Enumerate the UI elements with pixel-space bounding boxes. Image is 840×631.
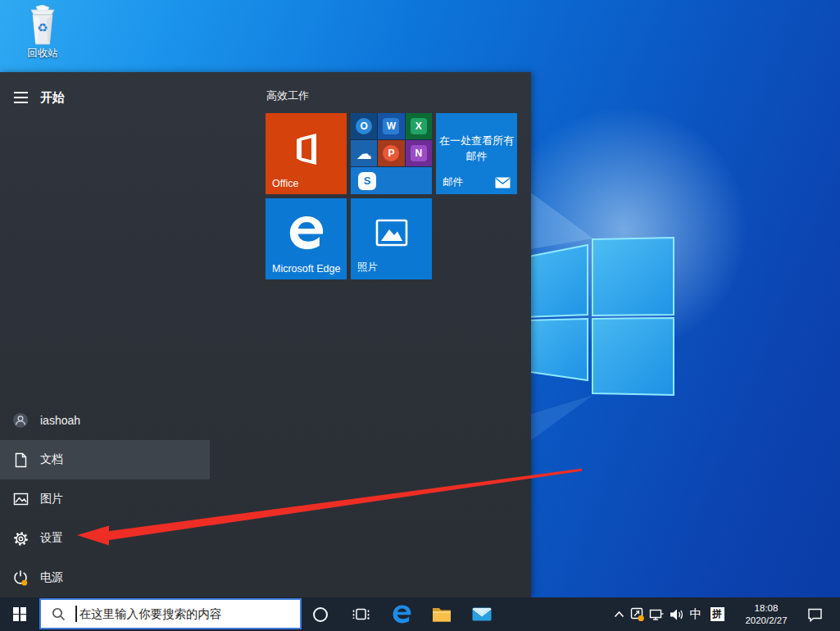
- power-update-badge: [21, 580, 27, 586]
- folder-icon: [432, 606, 452, 622]
- start-button[interactable]: [0, 597, 39, 631]
- outlook-icon[interactable]: O: [351, 113, 377, 139]
- tray-sync-badge-icon[interactable]: [629, 597, 647, 631]
- user-account-label: iashoah: [40, 414, 80, 427]
- onenote-icon[interactable]: N: [406, 140, 432, 166]
- gear-icon: [12, 530, 29, 547]
- speaker-icon[interactable]: [667, 597, 687, 631]
- pictures-icon: [12, 491, 29, 507]
- action-center-button[interactable]: [803, 597, 826, 631]
- start-menu-left-rail: iashoah 文档 图片: [0, 401, 210, 597]
- recycle-symbol-icon: ♻: [37, 20, 48, 34]
- recycle-bin-label: 回收站: [11, 47, 74, 61]
- word-icon[interactable]: W: [378, 113, 404, 139]
- mail-tile-message: 在一处查看所有 邮件: [436, 133, 517, 164]
- settings-label: 设置: [40, 531, 63, 546]
- tile-photos[interactable]: 照片: [351, 198, 432, 279]
- edge-logo-icon: [288, 214, 325, 252]
- tile-office-label: Office: [272, 178, 298, 189]
- tray-expand-chevron-icon[interactable]: [611, 597, 626, 631]
- task-view-icon: [352, 606, 370, 622]
- desktop: ♻ 回收站 开始 高效工作 Office O W: [0, 0, 840, 631]
- excel-icon[interactable]: X: [406, 113, 432, 139]
- mail-icon: [472, 607, 492, 621]
- network-icon[interactable]: [647, 597, 666, 631]
- ime-language-indicator[interactable]: 中: [687, 597, 705, 631]
- logo-pane-top-left: [524, 245, 588, 317]
- action-center-icon: [807, 607, 823, 622]
- power-icon: [12, 570, 29, 586]
- logo-pane-bottom-left: [524, 319, 588, 380]
- tile-microsoft-edge[interactable]: Microsoft Edge: [266, 198, 347, 279]
- search-input[interactable]: 在这里输入你要搜索的内容: [39, 598, 302, 629]
- recycle-bin-shortcut[interactable]: ♻ 回收站: [11, 5, 74, 61]
- cortana-ring-icon: [313, 607, 328, 622]
- documents-item[interactable]: 文档: [0, 440, 210, 479]
- tile-mail-label: 邮件: [443, 175, 463, 189]
- tile-office[interactable]: Office: [266, 113, 347, 194]
- mail-taskbar-button[interactable]: [470, 597, 493, 631]
- start-menu-header: 开始: [0, 72, 210, 111]
- document-icon: [12, 452, 29, 468]
- edge-icon: [392, 604, 412, 624]
- search-icon: [52, 607, 66, 621]
- envelope-icon: [495, 177, 511, 188]
- power-label: 电源: [40, 570, 63, 585]
- tile-photos-label: 照片: [357, 261, 378, 275]
- documents-label: 文档: [40, 452, 63, 467]
- cortana-button[interactable]: [310, 597, 331, 631]
- search-placeholder-text: 在这里输入你要搜索的内容: [79, 606, 222, 622]
- hamburger-menu-icon[interactable]: [11, 84, 43, 111]
- tile-office-suite[interactable]: O W X ☁ P N S: [351, 113, 432, 194]
- logo-pane-bottom-right: [593, 318, 674, 395]
- clock-time: 18:08: [755, 602, 779, 615]
- start-menu-title: 开始: [40, 84, 65, 111]
- tile-group-title: 高效工作: [266, 89, 309, 103]
- office-logo-icon: [290, 131, 323, 167]
- file-explorer-button[interactable]: [430, 597, 453, 631]
- clock-date: 2020/2/27: [745, 615, 787, 627]
- edge-taskbar-button[interactable]: [390, 597, 413, 631]
- ime-mode-indicator[interactable]: 拼: [707, 597, 727, 631]
- tile-mail[interactable]: 在一处查看所有 邮件 邮件: [436, 113, 517, 194]
- user-avatar-icon: [12, 412, 29, 429]
- ime-mode-box: 拼: [711, 607, 724, 621]
- text-caret: [75, 606, 77, 622]
- wallpaper-glow: [502, 107, 747, 352]
- pictures-item[interactable]: 图片: [0, 479, 210, 519]
- taskbar: 在这里输入你要搜索的内容: [0, 597, 840, 631]
- pictures-label: 图片: [40, 492, 63, 506]
- task-view-button[interactable]: [350, 597, 371, 631]
- skype-icon[interactable]: S: [351, 167, 432, 194]
- user-account-item[interactable]: iashoah: [0, 401, 210, 440]
- settings-item[interactable]: 设置: [0, 519, 210, 558]
- tray-alert-badge: [638, 615, 643, 620]
- powerpoint-icon[interactable]: P: [378, 140, 404, 166]
- power-item[interactable]: 电源: [0, 558, 210, 597]
- windows-logo-icon: [13, 607, 27, 621]
- onedrive-icon[interactable]: ☁: [351, 140, 377, 166]
- start-menu: 开始 高效工作 Office O W X ☁: [0, 72, 531, 597]
- taskbar-clock[interactable]: 18:08 2020/2/27: [732, 597, 801, 631]
- logo-pane-top-right: [593, 238, 674, 316]
- tile-edge-label: Microsoft Edge: [272, 263, 340, 275]
- photos-icon: [375, 219, 408, 247]
- recycle-bin-icon: ♻: [25, 5, 61, 46]
- office-suite-grid: O W X ☁ P N S: [351, 113, 432, 194]
